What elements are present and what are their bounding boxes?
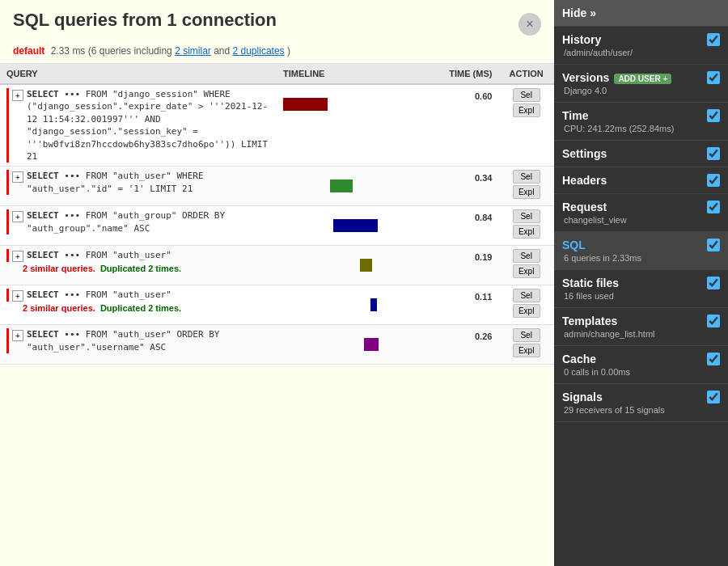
sidebar-checkbox[interactable]	[707, 391, 720, 403]
similar-link[interactable]: 2 similar	[175, 45, 211, 57]
sidebar-item-settings[interactable]: Settings	[554, 141, 728, 167]
sidebar-item-title: Templates	[562, 315, 617, 327]
sel-button[interactable]: Sel	[513, 249, 540, 263]
sidebar-checkbox[interactable]	[707, 239, 720, 251]
timeline-cell	[283, 249, 418, 281]
main-header: SQL queries from 1 connection ×	[0, 0, 554, 42]
expand-button[interactable]: +	[12, 290, 23, 302]
sel-button[interactable]: Sel	[513, 289, 540, 302]
query-text: SELECT ••• FROM "auth_user"	[27, 249, 171, 261]
timeline-bar	[370, 298, 377, 311]
page-title: SQL queries from 1 connection	[13, 10, 277, 31]
duplicate-badge: Duplicated 2 times.	[100, 303, 181, 313]
expand-button[interactable]: +	[12, 251, 23, 262]
expl-button[interactable]: Expl	[513, 264, 540, 278]
similar-badge: 2 similar queries.	[23, 303, 95, 313]
sidebar-item-headers[interactable]: Headers	[554, 167, 728, 194]
col-header-action: ACTION	[498, 64, 554, 84]
main-panel: SQL queries from 1 connection × default …	[0, 0, 554, 566]
table-header-row: QUERY TIMELINE TIME (MS) ACTION	[0, 64, 554, 84]
sel-button[interactable]: Sel	[513, 88, 540, 102]
sidebar-item-title: VersionsADD USER +	[562, 71, 671, 84]
and-text: and	[214, 45, 230, 57]
expand-button[interactable]: +	[12, 90, 23, 101]
sidebar-checkbox[interactable]	[707, 201, 720, 213]
table-row: +SELECT ••• FROM "auth_user" WHERE "auth…	[0, 167, 554, 206]
expl-button[interactable]: Expl	[513, 344, 540, 357]
similar-badge: 2 similar queries.	[23, 264, 95, 273]
sidebar-item-subtitle: changelist_view	[562, 215, 720, 225]
sidebar-item-time[interactable]: TimeCPU: 241.22ms (252.84ms)	[554, 103, 728, 141]
default-label: default	[13, 45, 44, 57]
table-row: +SELECT ••• FROM "auth_group" ORDER BY "…	[0, 206, 554, 246]
sidebar-item-history[interactable]: History/admin/auth/user/	[554, 27, 728, 65]
time-cell: 0.19	[425, 246, 498, 285]
timeline-cell	[283, 328, 418, 361]
sidebar-item-static_files[interactable]: Static files16 files used	[554, 270, 728, 308]
close-button[interactable]: ×	[518, 13, 541, 36]
hide-button[interactable]: Hide »	[554, 0, 728, 27]
expl-button[interactable]: Expl	[513, 103, 540, 117]
sel-button[interactable]: Sel	[513, 328, 540, 342]
sidebar-item-sql[interactable]: SQL6 queries in 2.33ms	[554, 232, 728, 270]
expl-button[interactable]: Expl	[513, 185, 540, 199]
action-buttons: SelExpl	[505, 170, 548, 199]
summary-time: 2.33 ms	[51, 45, 86, 57]
sidebar-checkbox[interactable]	[707, 277, 720, 289]
action-buttons: SelExpl	[505, 249, 548, 278]
timeline-bar	[364, 338, 379, 351]
expl-button[interactable]: Expl	[513, 225, 540, 239]
sidebar-item-signals[interactable]: Signals29 receivers of 15 signals	[554, 384, 728, 422]
sidebar-item-cache[interactable]: Cache0 calls in 0.00ms	[554, 346, 728, 384]
sel-button[interactable]: Sel	[513, 170, 540, 184]
expand-button[interactable]: +	[12, 211, 23, 222]
sidebar-item-templates[interactable]: Templatesadmin/change_list.html	[554, 308, 728, 346]
hide-label: Hide »	[562, 6, 596, 19]
col-header-time: TIME (MS)	[425, 64, 498, 84]
sidebar-item-versions[interactable]: VersionsADD USER +Django 4.0	[554, 65, 728, 103]
sidebar-checkbox[interactable]	[707, 353, 720, 365]
query-red-bar	[6, 88, 9, 163]
expl-button[interactable]: Expl	[513, 304, 540, 318]
query-red-bar	[6, 170, 9, 195]
sidebar-item-subtitle: /admin/auth/user/	[562, 48, 720, 57]
sidebar-item-subtitle: 16 files used	[562, 291, 720, 301]
duplicates-link[interactable]: 2 duplicates	[233, 45, 285, 57]
table-row: +SELECT ••• FROM "django_session" WHERE …	[0, 84, 554, 167]
sidebar-item-subtitle: 0 calls in 0.00ms	[562, 367, 720, 377]
query-text: SELECT ••• FROM "auth_group" ORDER BY "a…	[27, 209, 270, 234]
sidebar-item-title: Signals	[562, 391, 603, 403]
sidebar-item-title: Settings	[562, 147, 607, 160]
sel-button[interactable]: Sel	[513, 209, 540, 223]
sidebar-item-title: Time	[562, 109, 588, 122]
table-row: +SELECT ••• FROM "auth_user"2 similar qu…	[0, 246, 554, 285]
col-header-query: QUERY	[0, 64, 277, 84]
sidebar-checkbox[interactable]	[707, 147, 720, 160]
query-text: SELECT ••• FROM "auth_user"	[27, 289, 171, 301]
sidebar-checkbox[interactable]	[707, 315, 720, 327]
expand-button[interactable]: +	[12, 330, 23, 341]
sidebar-checkbox[interactable]	[707, 71, 720, 84]
query-red-bar	[6, 328, 9, 353]
table-row: +SELECT ••• FROM "auth_user" ORDER BY "a…	[0, 325, 554, 365]
sidebar-checkbox[interactable]	[707, 109, 720, 122]
sidebar-checkbox[interactable]	[707, 174, 720, 187]
time-cell: 0.84	[425, 206, 498, 246]
timeline-cell	[283, 209, 418, 242]
action-buttons: SelExpl	[505, 209, 548, 239]
sidebar-checkbox[interactable]	[707, 33, 720, 46]
timeline-bar	[283, 98, 328, 111]
timeline-cell	[283, 88, 418, 120]
sidebar-item-subtitle: admin/change_list.html	[562, 329, 720, 339]
query-red-bar	[6, 289, 9, 302]
query-text: SELECT ••• FROM "auth_user" WHERE "auth_…	[27, 170, 270, 195]
sidebar-item-request[interactable]: Requestchangelist_view	[554, 194, 728, 232]
timeline-cell	[283, 289, 418, 321]
sidebar-item-title: SQL	[562, 239, 586, 251]
sidebar-item-subtitle: 29 receivers of 15 signals	[562, 405, 720, 415]
sidebar-item-title: History	[562, 33, 601, 46]
duplicate-badge: Duplicated 2 times.	[100, 264, 181, 273]
expand-button[interactable]: +	[12, 171, 23, 183]
sidebar-item-subtitle: 6 queries in 2.33ms	[562, 253, 720, 263]
version-badge[interactable]: ADD USER +	[614, 74, 671, 84]
